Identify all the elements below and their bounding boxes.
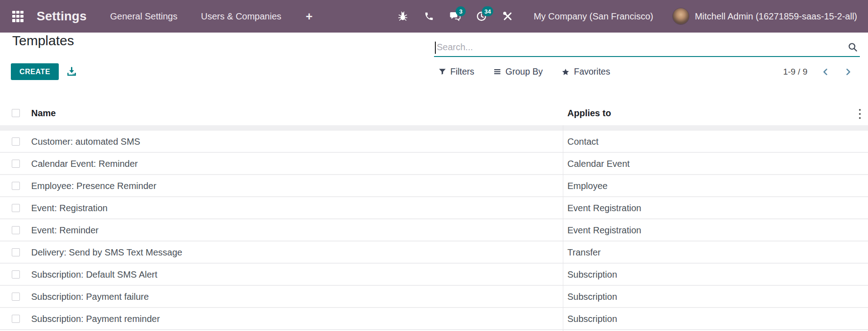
table-row[interactable]: Customer: automated SMS Contact xyxy=(0,131,868,153)
menu-users-companies[interactable]: Users & Companies xyxy=(201,11,281,22)
row-checkbox[interactable] xyxy=(12,204,20,212)
search-input[interactable] xyxy=(434,38,860,56)
pager-range[interactable]: 1-9 / 9 xyxy=(783,67,807,77)
tools-icon[interactable] xyxy=(502,11,514,22)
cell-name: Subscription: Payment failure xyxy=(31,286,149,308)
cell-name: Event: Reminder xyxy=(31,219,99,241)
download-icon[interactable] xyxy=(66,66,77,79)
table-header: Name Applies to xyxy=(0,101,868,125)
star-icon xyxy=(561,68,570,76)
row-checkbox[interactable] xyxy=(12,160,20,168)
group-by-icon xyxy=(493,68,501,76)
table-row[interactable]: Event: Registration Event Registration xyxy=(0,197,868,219)
activity-badge: 34 xyxy=(482,6,493,16)
app-name-menu[interactable]: Settings xyxy=(37,9,86,24)
cell-name: Delivery: Send by SMS Text Message xyxy=(31,241,182,264)
menu-general-settings[interactable]: General Settings xyxy=(110,11,177,22)
table-row[interactable]: Employee: Presence Reminder Employee xyxy=(0,175,868,197)
row-checkbox[interactable] xyxy=(12,137,20,146)
text-caret xyxy=(435,42,436,54)
navbar-systray: 3 34 My Company (San Francisco) Mitchell… xyxy=(382,8,868,25)
cell-applies-to: Calendar Event xyxy=(567,153,630,175)
cell-applies-to: Subscription xyxy=(567,264,617,286)
chevron-left-icon[interactable] xyxy=(821,67,830,76)
table-row[interactable]: Event: Reminder Event Registration xyxy=(0,219,868,241)
table-row[interactable]: Subscription: Default SMS Alert Subscrip… xyxy=(0,264,868,286)
cell-applies-to: Subscription xyxy=(567,286,617,308)
bug-icon[interactable] xyxy=(397,11,409,22)
header-separator-band xyxy=(0,125,868,131)
row-checkbox[interactable] xyxy=(12,248,20,256)
table-row[interactable]: Calendar Event: Reminder Calendar Event xyxy=(0,153,868,175)
favorites-label: Favorites xyxy=(574,66,610,77)
search-icon[interactable] xyxy=(848,42,858,54)
table-row[interactable]: Subscription: Payment failure Subscripti… xyxy=(0,286,868,308)
cell-applies-to: Contact xyxy=(567,131,599,153)
cell-name: Calendar Event: Reminder xyxy=(31,153,138,175)
company-switcher[interactable]: My Company (San Francisco) xyxy=(533,11,653,22)
cell-applies-to: Event Registration xyxy=(567,197,641,219)
cell-applies-to: Transfer xyxy=(567,241,601,264)
column-divider xyxy=(563,125,563,331)
row-checkbox[interactable] xyxy=(12,270,20,279)
add-menu-button[interactable]: + xyxy=(306,9,312,24)
cell-name: Employee: Presence Reminder xyxy=(31,175,156,197)
phone-icon[interactable] xyxy=(423,11,435,21)
select-all-checkbox[interactable] xyxy=(12,109,20,117)
row-checkbox[interactable] xyxy=(12,315,20,323)
navbar-left: Settings General Settings Users & Compan… xyxy=(0,9,312,24)
kebab-menu-icon[interactable] xyxy=(858,108,862,122)
template-list: Customer: automated SMS Contact Calendar… xyxy=(0,131,868,331)
cell-name: Customer: automated SMS xyxy=(31,131,140,153)
odoo-settings-screen: Settings General Settings Users & Compan… xyxy=(0,0,868,331)
group-by-label: Group By xyxy=(505,66,542,77)
cell-applies-to: Event Registration xyxy=(567,219,641,241)
filters-label: Filters xyxy=(450,66,474,77)
search-options: Filters Group By Favorites xyxy=(439,63,610,80)
table-row[interactable]: Subscription: Payment reminder Subscript… xyxy=(0,308,868,330)
cell-name: Event: Registration xyxy=(31,197,108,219)
chat-badge: 3 xyxy=(456,6,466,16)
group-by-button[interactable]: Group By xyxy=(493,66,542,77)
activity-clock-icon[interactable]: 34 xyxy=(476,11,487,22)
cell-applies-to: Employee xyxy=(567,175,608,197)
pager: 1-9 / 9 xyxy=(783,63,853,80)
search-bar xyxy=(434,38,860,57)
cell-name: Subscription: Default SMS Alert xyxy=(31,264,157,286)
cell-applies-to: Subscription xyxy=(567,308,617,330)
user-avatar[interactable] xyxy=(672,8,689,25)
column-header-name[interactable]: Name xyxy=(31,101,56,125)
column-header-applies-to[interactable]: Applies to xyxy=(567,101,611,125)
page-title: Templates xyxy=(12,33,74,48)
chat-icon[interactable]: 3 xyxy=(449,11,461,22)
cell-name: Subscription: Payment reminder xyxy=(31,308,160,330)
user-menu[interactable]: Mitchell Admin (16271859-saas-15-2-all) xyxy=(695,11,857,22)
create-button[interactable]: CREATE xyxy=(11,63,59,80)
table-row[interactable]: Delivery: Send by SMS Text Message Trans… xyxy=(0,241,868,264)
top-navbar: Settings General Settings Users & Compan… xyxy=(0,0,868,33)
favorites-button[interactable]: Favorites xyxy=(561,66,610,77)
row-checkbox[interactable] xyxy=(12,226,20,234)
filter-funnel-icon xyxy=(439,68,446,76)
row-checkbox[interactable] xyxy=(12,293,20,301)
apps-grid-icon[interactable] xyxy=(12,11,24,22)
row-checkbox[interactable] xyxy=(12,182,20,190)
filters-button[interactable]: Filters xyxy=(439,66,474,77)
chevron-right-icon[interactable] xyxy=(844,67,853,76)
